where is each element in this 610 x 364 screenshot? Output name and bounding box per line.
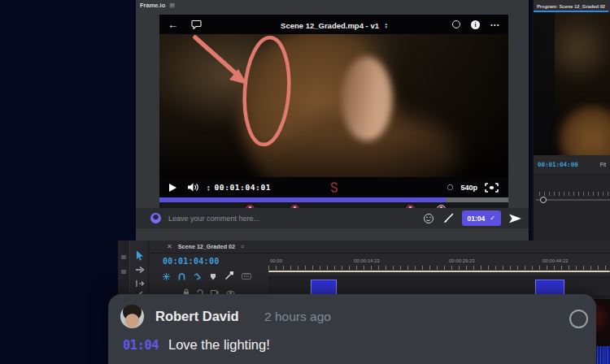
video-frame[interactable] — [159, 34, 508, 177]
program-playhead[interactable] — [540, 197, 547, 203]
timestamp-chip-time: 01:04 — [468, 214, 486, 223]
program-zoom-select[interactable]: Fit — [600, 162, 606, 167]
commenter-name: Robert David — [155, 309, 239, 324]
timestamp-chip[interactable]: 01:04 ✓ — [462, 210, 501, 226]
timeline-clip[interactable] — [311, 280, 337, 296]
annotation-layer — [159, 34, 508, 177]
checkmark-icon[interactable]: ✓ — [490, 214, 495, 222]
version-chevron-icon[interactable]: ▴▾ — [385, 22, 387, 28]
ruler-label: 00:00:29:23 — [449, 258, 475, 263]
player-controls: ▴▾ 00:01:04:01 540p — [159, 177, 508, 197]
ruler-label: 00:00:44:22 — [542, 258, 569, 263]
commenter-avatar — [120, 305, 144, 328]
rail-handle-icon[interactable] — [121, 255, 126, 259]
more-options-icon[interactable]: ••• — [490, 22, 500, 28]
comment-timestamp-link[interactable]: 01:04 — [123, 338, 159, 353]
vignette — [534, 12, 555, 155]
program-tab[interactable]: Program: Scene 12_Graded 02 — [534, 0, 610, 12]
frameio-panel-menu-icon[interactable]: ▤ — [169, 2, 175, 9]
marker-icon[interactable] — [210, 269, 216, 284]
send-comment-icon[interactable] — [508, 213, 522, 224]
program-tab-label: Program: Scene 12_Graded 02 — [537, 4, 605, 9]
comment-input-bar: Leave your comment here... 01:04 ✓ — [136, 208, 529, 228]
ruler-ticks — [268, 266, 610, 270]
work-area-bar[interactable] — [268, 271, 610, 273]
complete-comment-toggle[interactable] — [569, 310, 588, 328]
comment-bubble-icon[interactable] — [191, 20, 202, 29]
rail-handle-icon[interactable] — [121, 270, 126, 274]
wrench-icon[interactable] — [224, 269, 233, 284]
insert-sequence-icon[interactable] — [163, 269, 170, 284]
fullscreen-icon[interactable] — [485, 183, 499, 193]
player-timecode: 00:01:04:01 — [215, 183, 272, 192]
status-circle-icon[interactable] — [452, 20, 460, 28]
program-video-frame — [534, 12, 610, 155]
frameio-app-title: Frame.io — [140, 2, 165, 9]
track-select-tool-icon[interactable] — [135, 266, 145, 274]
info-icon[interactable]: i — [471, 20, 480, 29]
comment-time-ago: 2 hours ago — [264, 310, 331, 324]
panel-menu-icon[interactable]: ≡ — [241, 244, 244, 249]
linked-selection-icon[interactable] — [194, 269, 202, 284]
loop-icon[interactable] — [329, 182, 338, 193]
ripple-edit-tool-icon[interactable] — [135, 280, 145, 288]
back-icon[interactable]: ← — [168, 19, 178, 31]
annotation-arrow — [195, 37, 239, 76]
comment-text: Love the lighting! — [168, 337, 270, 353]
quality-selector[interactable]: 540p — [460, 184, 477, 192]
timeline-timecode[interactable]: 00:01:04:00 — [163, 257, 220, 266]
selection-tool-icon[interactable] — [135, 250, 145, 261]
program-info-row: 00:01:04:00 Fit — [534, 155, 610, 173]
timeline-tab[interactable]: ✕ Scene 12_Graded 02 ≡ — [150, 240, 610, 254]
annotation-ellipse — [241, 36, 292, 145]
comment-card[interactable]: Robert David 2 hours ago 01:04 Love the … — [108, 294, 596, 364]
frameio-panel-header: Frame.io ▤ — [140, 2, 175, 9]
emoji-icon[interactable] — [424, 214, 434, 223]
program-scrubber-track — [536, 199, 610, 201]
ruler-label: 00:00:14:23 — [354, 258, 380, 263]
settings-gear-icon[interactable] — [447, 184, 453, 190]
timeline-clip[interactable] — [535, 280, 564, 296]
program-scrubber[interactable] — [536, 192, 610, 203]
annotation-brush-icon[interactable] — [442, 213, 454, 224]
timeline-ruler[interactable]: 00:00 00:00:14:23 00:00:29:23 00:00:44:2… — [268, 254, 610, 276]
close-tab-icon[interactable]: ✕ — [167, 243, 172, 250]
timecode-chevron-icon[interactable]: ▴▾ — [207, 184, 210, 191]
timeline-tab-label: Scene 12_Graded 02 — [178, 243, 235, 250]
player-title[interactable]: Scene 12_Graded.mp4 - v1 — [281, 21, 379, 30]
play-icon[interactable] — [169, 184, 176, 192]
snap-magnet-icon[interactable] — [178, 269, 185, 284]
ruler-label: 00:00 — [270, 258, 282, 263]
current-user-avatar — [150, 213, 161, 223]
program-monitor-panel: Program: Scene 12_Graded 02 00:01:04:00 … — [531, 0, 610, 240]
subject-hair — [560, 106, 610, 155]
volume-icon[interactable] — [188, 183, 199, 192]
video-player: ← Scene 12_Graded.mp4 - v1 ▴▾ i ••• — [159, 15, 508, 219]
captions-icon[interactable]: CC — [242, 273, 251, 280]
program-scrubber-ticks — [539, 192, 610, 196]
player-header: ← Scene 12_Graded.mp4 - v1 ▴▾ i ••• — [159, 15, 508, 34]
program-timecode: 00:01:04:00 — [538, 161, 578, 168]
comment-input[interactable]: Leave your comment here... — [168, 214, 424, 223]
